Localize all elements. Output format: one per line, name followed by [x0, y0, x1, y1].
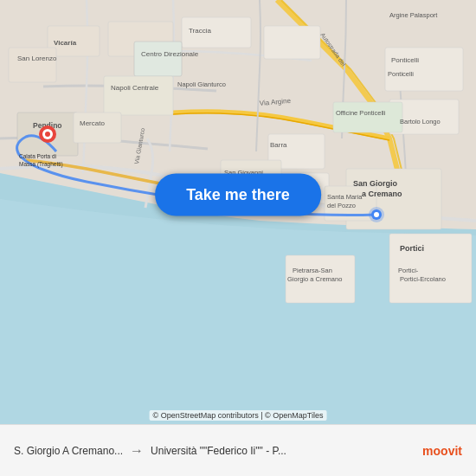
moovit-logo: moovit: [422, 444, 462, 458]
svg-rect-10: [74, 113, 121, 143]
svg-text:Napoli Gianturco: Napoli Gianturco: [177, 80, 226, 88]
svg-rect-9: [264, 26, 320, 59]
arrow-icon: →: [130, 443, 144, 459]
svg-rect-16: [333, 102, 402, 132]
svg-rect-6: [104, 76, 173, 115]
svg-text:Mercato: Mercato: [80, 119, 105, 127]
to-label: Università ""Federico Ii"" - P...: [151, 445, 286, 457]
svg-text:Argine Palasport: Argine Palasport: [389, 11, 438, 19]
svg-text:Calata Porta di: Calata Porta di: [19, 153, 56, 159]
svg-text:Giorgio a Cremano: Giorgio a Cremano: [287, 275, 342, 283]
svg-text:Napoli Centrale: Napoli Centrale: [111, 84, 159, 92]
svg-text:San Giorgio: San Giorgio: [353, 179, 398, 188]
svg-text:Ponticelli: Ponticelli: [388, 70, 414, 78]
osm-credit: © OpenStreetMap contributors | © OpenMap…: [150, 410, 327, 421]
svg-rect-5: [134, 42, 182, 76]
svg-text:Santa Maria: Santa Maria: [327, 193, 363, 201]
svg-text:Barra: Barra: [270, 141, 287, 149]
svg-text:Portici: Portici: [400, 244, 424, 253]
svg-rect-7: [9, 48, 56, 82]
map-container: Via Argine Via Gianturco Autostrada del …: [0, 0, 476, 424]
from-label: S. Giorgio A Cremano...: [14, 445, 123, 457]
route-info: S. Giorgio A Cremano... → Università ""F…: [14, 443, 422, 459]
svg-text:Bartolo Longo: Bartolo Longo: [400, 118, 441, 125]
svg-text:Officine Ponticelli: Officine Ponticelli: [336, 109, 386, 117]
svg-point-55: [374, 212, 379, 217]
svg-point-52: [45, 132, 50, 137]
svg-text:Portici-Ercolano: Portici-Ercolano: [400, 275, 446, 283]
svg-text:del Pozzo: del Pozzo: [327, 202, 356, 209]
bottom-bar: S. Giorgio A Cremano... → Università ""F…: [0, 424, 476, 476]
svg-text:Ponticelli: Ponticelli: [391, 56, 419, 64]
svg-text:Traccia: Traccia: [189, 27, 211, 35]
svg-rect-14: [385, 48, 463, 91]
take-me-there-button[interactable]: Take me there: [155, 174, 321, 216]
moovit-brand-text: moovit: [422, 444, 462, 458]
svg-text:Centro Direzionale: Centro Direzionale: [141, 50, 199, 58]
svg-text:Vicaría: Vicaría: [54, 39, 77, 47]
svg-text:Massa (Traghetti): Massa (Traghetti): [19, 161, 63, 168]
svg-text:a Cremano: a Cremano: [362, 190, 402, 198]
svg-text:San Lorenzo: San Lorenzo: [17, 55, 57, 62]
svg-text:Pietrarsa-San: Pietrarsa-San: [293, 267, 332, 274]
svg-text:Portici-: Portici-: [398, 267, 419, 274]
